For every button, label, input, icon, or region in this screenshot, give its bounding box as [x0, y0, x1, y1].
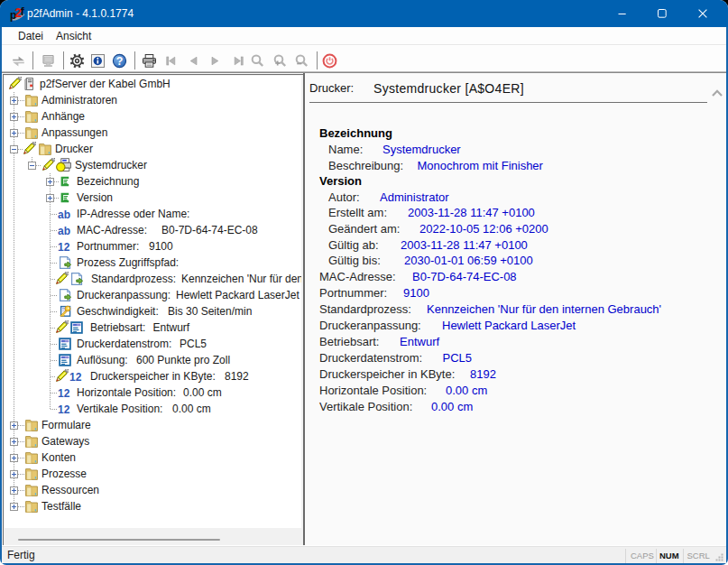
- svg-text:?: ?: [115, 55, 123, 68]
- svg-text:12: 12: [58, 403, 70, 416]
- svg-text:ab: ab: [58, 225, 70, 237]
- svg-text:12: 12: [58, 241, 70, 254]
- svg-text:f: f: [21, 5, 25, 18]
- svg-text:ab: ab: [58, 208, 70, 221]
- svg-text:12: 12: [58, 387, 70, 400]
- svg-text:12: 12: [69, 371, 82, 384]
